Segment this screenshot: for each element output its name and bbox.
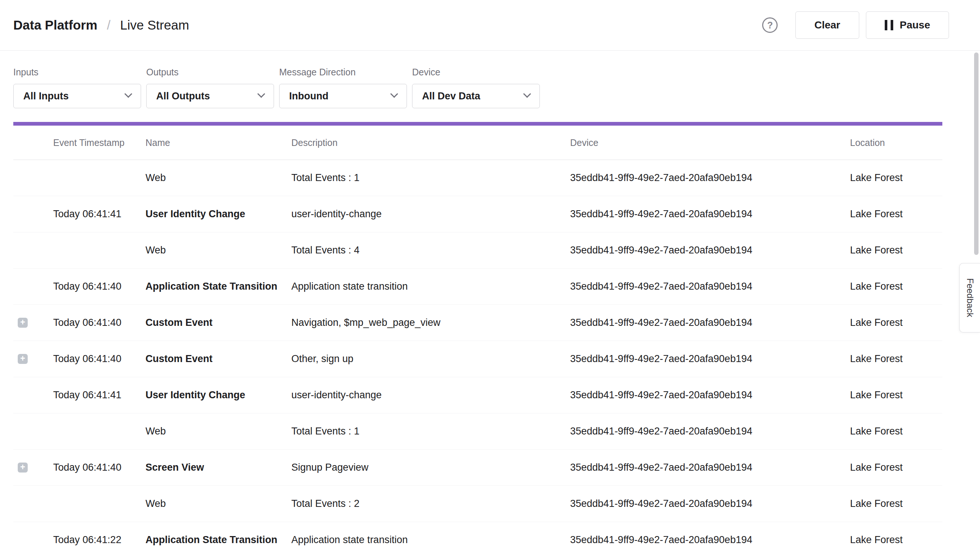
table-row[interactable]: + Web Total Events : 4 35eddb41-9ff9-49e… — [13, 232, 942, 268]
breadcrumb-separator: / — [107, 18, 111, 32]
breadcrumb-section[interactable]: Data Platform — [13, 18, 97, 32]
event-name: Custom Event — [145, 317, 291, 329]
breadcrumb: Data Platform / Live Stream — [13, 18, 189, 32]
event-name: Application State Transition — [145, 281, 291, 292]
event-name: User Identity Change — [145, 208, 291, 220]
outputs-dropdown-value: All Outputs — [156, 91, 210, 102]
table-row[interactable]: + Today 06:41:40 Application State Trans… — [13, 268, 942, 305]
chevron-down-icon — [390, 90, 398, 97]
event-location: Lake Forest — [850, 389, 942, 401]
event-description: Application state transition — [291, 281, 570, 292]
event-description: Signup Pageview — [291, 462, 570, 473]
expand-cell: + — [13, 535, 53, 545]
event-description: Application state transition — [291, 534, 570, 546]
chevron-down-icon — [258, 90, 265, 97]
event-device-id: 35eddb41-9ff9-49e2-7aed-20afa90eb194 — [570, 208, 850, 220]
event-device-id: 35eddb41-9ff9-49e2-7aed-20afa90eb194 — [570, 534, 850, 546]
table-body: + Web Total Events : 1 35eddb41-9ff9-49e… — [13, 160, 942, 549]
scrollbar-thumb[interactable] — [974, 53, 978, 255]
event-location: Lake Forest — [850, 426, 942, 437]
event-name: Web — [145, 426, 291, 437]
event-location: Lake Forest — [850, 172, 942, 184]
column-header-device: Device — [570, 137, 850, 148]
table-row[interactable]: + Web Total Events : 1 35eddb41-9ff9-49e… — [13, 413, 942, 450]
column-header-timestamp: Event Timestamp — [53, 137, 145, 148]
stream-progress-bar — [13, 122, 942, 126]
message-direction-filter-label: Message Direction — [279, 67, 407, 78]
event-timestamp: Today 06:41:40 — [53, 462, 145, 473]
column-header-name: Name — [145, 137, 291, 148]
event-location: Lake Forest — [850, 208, 942, 220]
event-timestamp: Today 06:41:22 — [53, 534, 145, 546]
event-location: Lake Forest — [850, 498, 942, 509]
message-direction-dropdown-value: Inbound — [289, 91, 328, 102]
event-device-id: 35eddb41-9ff9-49e2-7aed-20afa90eb194 — [570, 462, 850, 473]
event-device-id: 35eddb41-9ff9-49e2-7aed-20afa90eb194 — [570, 172, 850, 184]
event-device-id: 35eddb41-9ff9-49e2-7aed-20afa90eb194 — [570, 281, 850, 292]
inputs-dropdown-value: All Inputs — [23, 91, 69, 102]
expand-cell: + — [13, 173, 53, 183]
feedback-tab[interactable]: Feedback — [959, 263, 980, 332]
help-icon[interactable]: ? — [762, 18, 778, 33]
device-dropdown[interactable]: All Dev Data — [412, 84, 540, 108]
event-device-id: 35eddb41-9ff9-49e2-7aed-20afa90eb194 — [570, 426, 850, 437]
event-timestamp: Today 06:41:41 — [53, 389, 145, 401]
chevron-down-icon — [124, 90, 132, 97]
filter-inputs: Inputs All Inputs — [13, 67, 141, 108]
event-device-id: 35eddb41-9ff9-49e2-7aed-20afa90eb194 — [570, 353, 850, 365]
event-description: Navigation, $mp_web_page_view — [291, 317, 570, 329]
column-header-location: Location — [850, 137, 942, 148]
expand-cell: + — [13, 499, 53, 509]
table-row[interactable]: + Today 06:41:41 User Identity Change us… — [13, 196, 942, 232]
inputs-dropdown[interactable]: All Inputs — [13, 84, 141, 108]
table-row[interactable]: + Today 06:41:40 Custom Event Other, sig… — [13, 341, 942, 377]
pause-button[interactable]: Pause — [866, 11, 949, 39]
top-bar-actions: ? Clear Pause — [762, 11, 949, 39]
table-row[interactable]: + Today 06:41:41 User Identity Change us… — [13, 377, 942, 413]
event-name: Web — [145, 244, 291, 256]
event-name: Web — [145, 172, 291, 184]
table-row[interactable]: + Today 06:41:40 Screen View Signup Page… — [13, 450, 942, 486]
event-device-id: 35eddb41-9ff9-49e2-7aed-20afa90eb194 — [570, 389, 850, 401]
chevron-down-icon — [523, 90, 531, 97]
event-description: Total Events : 1 — [291, 172, 570, 184]
pause-button-label: Pause — [900, 19, 931, 31]
event-description: Total Events : 2 — [291, 498, 570, 509]
event-timestamp: Today 06:41:40 — [53, 317, 145, 329]
event-description: user-identity-change — [291, 208, 570, 220]
clear-button[interactable]: Clear — [795, 11, 859, 39]
filter-bar: Inputs All Inputs Outputs All Outputs Me… — [0, 51, 980, 108]
top-bar: Data Platform / Live Stream ? Clear Paus… — [0, 0, 980, 51]
pause-icon — [885, 20, 893, 30]
expand-cell: + — [13, 390, 53, 400]
filter-outputs: Outputs All Outputs — [146, 67, 274, 108]
event-location: Lake Forest — [850, 534, 942, 546]
event-location: Lake Forest — [850, 353, 942, 365]
event-device-id: 35eddb41-9ff9-49e2-7aed-20afa90eb194 — [570, 244, 850, 256]
table-row[interactable]: + Today 06:41:22 Application State Trans… — [13, 522, 942, 549]
event-timestamp: Today 06:41:40 — [53, 281, 145, 292]
inputs-filter-label: Inputs — [13, 67, 141, 78]
live-stream-table: Event Timestamp Name Description Device … — [13, 126, 942, 549]
filter-message-direction: Message Direction Inbound — [279, 67, 407, 108]
expand-cell: + — [13, 463, 53, 472]
event-description: Total Events : 4 — [291, 244, 570, 256]
expand-cell: + — [13, 354, 53, 364]
table-row[interactable]: + Web Total Events : 2 35eddb41-9ff9-49e… — [13, 486, 942, 522]
event-location: Lake Forest — [850, 317, 942, 329]
outputs-filter-label: Outputs — [146, 67, 274, 78]
event-name: Web — [145, 498, 291, 509]
event-name: Screen View — [145, 462, 291, 473]
table-row[interactable]: + Today 06:41:40 Custom Event Navigation… — [13, 305, 942, 341]
column-header-description: Description — [291, 137, 570, 148]
expand-button[interactable]: + — [18, 463, 28, 472]
outputs-dropdown[interactable]: All Outputs — [146, 84, 274, 108]
table-row[interactable]: + Web Total Events : 1 35eddb41-9ff9-49e… — [13, 160, 942, 196]
event-location: Lake Forest — [850, 244, 942, 256]
expand-button[interactable]: + — [18, 318, 28, 328]
message-direction-dropdown[interactable]: Inbound — [279, 84, 407, 108]
event-description: Other, sign up — [291, 353, 570, 365]
event-name: Custom Event — [145, 353, 291, 365]
expand-button[interactable]: + — [18, 354, 28, 364]
table-header-row: Event Timestamp Name Description Device … — [13, 126, 942, 160]
